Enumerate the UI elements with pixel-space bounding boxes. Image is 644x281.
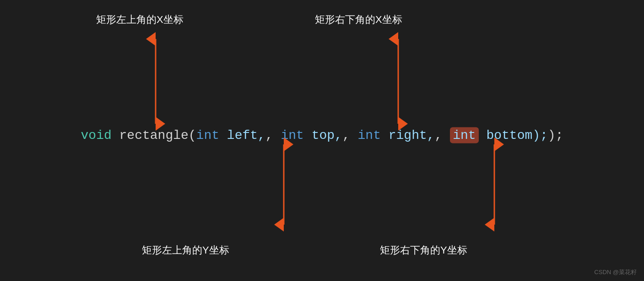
code-space3 [304,128,312,143]
code-space5 [479,128,487,143]
label-right-x: 矩形右下角的X坐标 [315,13,402,27]
paren-close-semi: ); [548,128,563,143]
comma1: , [265,128,281,143]
param-top: top, [312,128,342,143]
keyword-void: void [81,128,112,143]
param-bottom: bottom); [486,128,547,143]
label-left-x: 矩形左上角的X坐标 [96,13,184,27]
code-line: void rectangle ( int left, , int top, , … [81,127,563,143]
func-name: rectangle [119,128,189,143]
keyword-int3: int [358,128,381,143]
comma3: , [435,128,450,143]
param-right: right, [389,128,435,143]
label-left-y: 矩形左上角的Y坐标 [142,243,229,257]
param-left: left, [227,128,265,143]
comma2: , [342,128,358,143]
code-space2 [219,128,227,143]
code-space1 [112,128,119,143]
paren-open: ( [189,128,196,143]
main-container: 矩形左上角的X坐标 矩形右下角的X坐标 void rectangle ( int… [0,0,644,281]
keyword-int2: int [281,128,303,143]
code-space4 [381,128,389,143]
watermark: CSDN @菜花籽 [594,268,637,276]
keyword-int4-highlighted: int [450,127,478,143]
label-right-y: 矩形右下角的Y坐标 [380,243,467,257]
keyword-int1: int [196,128,219,143]
